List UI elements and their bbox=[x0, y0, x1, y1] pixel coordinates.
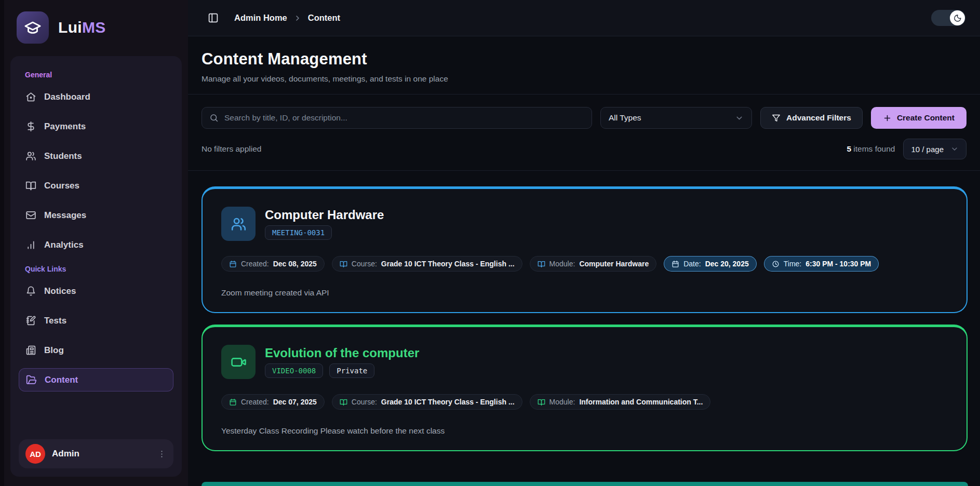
user-name: Admin bbox=[52, 449, 150, 459]
type-filter-value: All Types bbox=[609, 113, 641, 123]
calendar-icon bbox=[672, 260, 679, 268]
page-header: Content Management Manage all your video… bbox=[188, 36, 980, 94]
meta-chip: Created: Dec 07, 2025 bbox=[221, 394, 325, 410]
more-vertical-icon[interactable] bbox=[157, 449, 167, 459]
sidebar-item-payments[interactable]: Payments bbox=[19, 115, 173, 138]
create-content-label: Create Content bbox=[897, 113, 955, 123]
sidebar-item-analytics[interactable]: Analytics bbox=[19, 233, 173, 256]
content-card-list: Computer HardwareMEETING-0031Created: De… bbox=[188, 170, 980, 486]
panel-left-icon bbox=[208, 12, 219, 23]
sidebar-item-courses[interactable]: Courses bbox=[19, 174, 173, 197]
meta-chip: Course: Grade 10 ICT Theory Class - Engl… bbox=[332, 256, 522, 272]
meta-chip: Date: Dec 20, 2025 bbox=[664, 256, 757, 272]
card-meta-chips: Created: Dec 07, 2025Course: Grade 10 IC… bbox=[221, 394, 948, 410]
graduation-cap-icon bbox=[17, 11, 49, 44]
breadcrumb: Admin Home Content bbox=[234, 13, 340, 23]
card-title: Evolution of the computer bbox=[265, 346, 419, 360]
sidebar-item-notices[interactable]: Notices bbox=[19, 279, 173, 303]
dollar-icon bbox=[25, 121, 36, 132]
book-open-icon bbox=[340, 260, 347, 268]
sidebar-section: Quick LinksNoticesTestsBlogContent bbox=[19, 265, 173, 392]
sidebar-item-dashboard[interactable]: Dashboard bbox=[19, 85, 173, 109]
sidebar-section-label: Quick Links bbox=[19, 265, 173, 273]
calendar-icon bbox=[229, 398, 237, 406]
home-icon bbox=[25, 91, 36, 102]
breadcrumb-content[interactable]: Content bbox=[308, 13, 340, 23]
filters-status: No filters applied bbox=[202, 144, 261, 154]
items-count-suffix: items found bbox=[851, 144, 895, 153]
create-content-button[interactable]: Create Content bbox=[871, 107, 966, 129]
meta-chip: Module: Computer Hardware bbox=[530, 256, 657, 272]
advanced-filters-button[interactable]: Advanced Filters bbox=[760, 107, 863, 129]
content-card[interactable]: Computer HardwareMEETING-0031Created: De… bbox=[202, 186, 968, 313]
card-description: Yesterday Class Recording Please watch b… bbox=[221, 426, 948, 436]
card-header: Computer HardwareMEETING-0031 bbox=[221, 207, 948, 241]
meta-chip: Created: Dec 08, 2025 bbox=[221, 256, 325, 272]
plus-icon bbox=[883, 114, 892, 123]
sidebar-item-label: Messages bbox=[44, 210, 86, 221]
sidebar-item-students[interactable]: Students bbox=[19, 144, 173, 168]
meta-chip: Course: Grade 10 ICT Theory Class - Engl… bbox=[332, 394, 522, 410]
sidebar-item-blog[interactable]: Blog bbox=[19, 339, 173, 362]
sidebar-item-label: Blog bbox=[44, 345, 64, 356]
clock-icon bbox=[772, 260, 780, 268]
book-open-icon bbox=[25, 180, 36, 191]
app-title: LuiMS bbox=[58, 19, 106, 36]
sidebar-item-label: Students bbox=[44, 151, 82, 161]
users-icon bbox=[25, 151, 36, 161]
search-input[interactable] bbox=[224, 113, 584, 123]
card-meta-chips: Created: Dec 08, 2025Course: Grade 10 IC… bbox=[221, 256, 948, 272]
app-logo[interactable]: LuiMS bbox=[10, 7, 182, 56]
meta-chip: Module: Information and Communication T.… bbox=[530, 394, 711, 410]
sidebar-item-messages[interactable]: Messages bbox=[19, 204, 173, 227]
sidebar-toggle-button[interactable] bbox=[208, 12, 219, 23]
app-title-secondary: MS bbox=[82, 19, 106, 36]
type-filter-select[interactable]: All Types bbox=[600, 107, 752, 129]
breadcrumb-admin-home[interactable]: Admin Home bbox=[234, 13, 287, 23]
filter-toolbar: All Types Advanced Filters Create Conten… bbox=[188, 95, 980, 129]
sidebar-item-label: Dashboard bbox=[44, 92, 90, 102]
card-header: Evolution of the computerVIDEO-0008Priva… bbox=[221, 345, 948, 379]
sidebar-item-label: Notices bbox=[44, 286, 76, 296]
calendar-icon bbox=[229, 260, 237, 268]
sidebar-item-label: Analytics bbox=[44, 240, 84, 250]
card-badge: MEETING-0031 bbox=[265, 225, 332, 240]
app-title-primary: Lui bbox=[58, 19, 82, 36]
mail-icon bbox=[25, 210, 36, 221]
card-title: Computer Hardware bbox=[265, 208, 384, 222]
items-found: 5 items found bbox=[847, 144, 895, 154]
card-badges: VIDEO-0008Private bbox=[265, 363, 419, 378]
sidebar-section-label: General bbox=[19, 71, 173, 79]
next-card-top-edge bbox=[202, 482, 968, 486]
items-count: 5 bbox=[847, 144, 851, 153]
advanced-filters-label: Advanced Filters bbox=[786, 113, 851, 123]
page-size-select[interactable]: 10 / page bbox=[903, 139, 966, 159]
sidebar-item-label: Content bbox=[45, 375, 78, 385]
newspaper-icon bbox=[25, 345, 36, 356]
folder-open-icon bbox=[26, 374, 37, 385]
sidebar-item-content[interactable]: Content bbox=[19, 368, 173, 392]
bell-icon bbox=[25, 286, 36, 296]
chevron-right-icon bbox=[293, 14, 302, 22]
content-card[interactable]: Evolution of the computerVIDEO-0008Priva… bbox=[202, 325, 968, 451]
search-icon bbox=[209, 113, 219, 123]
card-description: Zoom meeting created via API bbox=[221, 288, 948, 298]
user-menu[interactable]: AD Admin bbox=[19, 439, 173, 468]
users-icon bbox=[221, 207, 256, 241]
sidebar-item-label: Tests bbox=[44, 316, 66, 326]
notebook-pen-icon bbox=[25, 315, 36, 326]
main-content: Admin Home Content Content Management Ma… bbox=[188, 0, 980, 486]
card-badge: VIDEO-0008 bbox=[265, 363, 323, 378]
window-edge bbox=[0, 0, 4, 486]
page-title: Content Management bbox=[202, 50, 966, 69]
sidebar-item-tests[interactable]: Tests bbox=[19, 309, 173, 332]
avatar: AD bbox=[25, 444, 45, 464]
sidebar-section: GeneralDashboardPaymentsStudentsCoursesM… bbox=[19, 71, 173, 256]
moon-icon bbox=[950, 10, 965, 25]
sidebar-item-label: Payments bbox=[44, 122, 86, 132]
theme-toggle[interactable] bbox=[931, 10, 965, 26]
card-badge: Private bbox=[329, 363, 374, 378]
sidebar: LuiMS GeneralDashboardPaymentsStudentsCo… bbox=[4, 0, 188, 486]
sidebar-item-label: Courses bbox=[44, 181, 79, 191]
search-box bbox=[202, 107, 592, 129]
